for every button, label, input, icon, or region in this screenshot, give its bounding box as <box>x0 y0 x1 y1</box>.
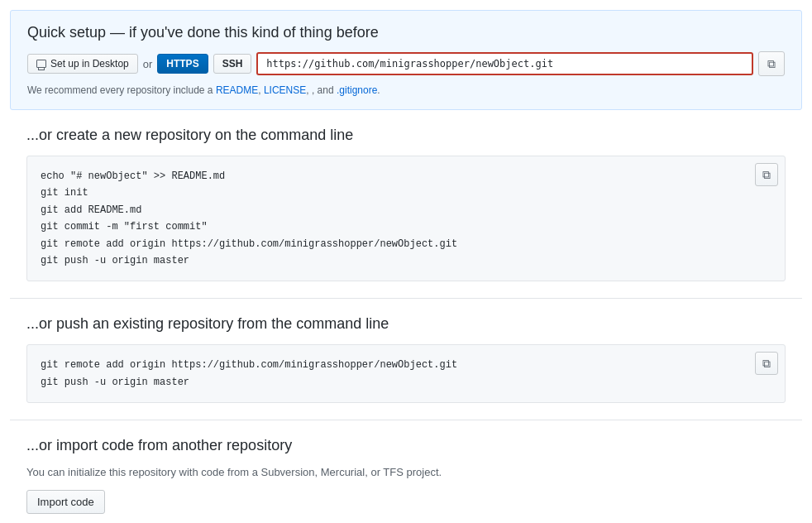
recommend-text: We recommend every repository include a … <box>27 84 785 96</box>
import-description: You can initialize this repository with … <box>26 466 786 478</box>
import-code-button[interactable]: Import code <box>26 490 105 514</box>
clipboard-icon <box>767 57 776 71</box>
create-repo-section: ...or create a new repository on the com… <box>10 110 802 299</box>
page-wrapper: Quick setup — if you've done this kind o… <box>0 10 812 523</box>
copy-push-code-button[interactable] <box>755 352 778 375</box>
quick-setup-bar: Set up in Desktop or HTTPS SSH <box>27 51 785 76</box>
push-repo-code: git remote add origin https://github.com… <box>41 357 752 391</box>
desktop-btn-label: Set up in Desktop <box>50 58 129 70</box>
push-repo-section: ...or push an existing repository from t… <box>10 299 802 420</box>
create-repo-code-block: echo "# newObject" >> README.md git init… <box>26 156 786 281</box>
ssh-button[interactable]: SSH <box>213 54 252 74</box>
repo-url-input[interactable] <box>256 52 753 75</box>
quick-setup-section: Quick setup — if you've done this kind o… <box>10 10 802 110</box>
license-link[interactable]: LICENSE <box>264 84 306 96</box>
https-button[interactable]: HTTPS <box>157 54 208 74</box>
copy-url-button[interactable] <box>758 51 785 76</box>
quick-setup-title: Quick setup — if you've done this kind o… <box>27 24 785 41</box>
gitignore-link[interactable]: .gitignore <box>337 84 377 96</box>
setup-desktop-button[interactable]: Set up in Desktop <box>27 54 138 74</box>
import-section: ...or import code from another repositor… <box>10 420 802 523</box>
url-input-wrapper <box>256 52 753 75</box>
or-text: or <box>143 58 153 70</box>
readme-link[interactable]: README <box>216 84 258 96</box>
push-repo-title: ...or push an existing repository from t… <box>26 315 786 333</box>
push-repo-code-block: git remote add origin https://github.com… <box>26 344 786 403</box>
copy-create-icon <box>762 168 771 182</box>
import-title: ...or import code from another repositor… <box>26 437 786 454</box>
create-repo-code: echo "# newObject" >> README.md git init… <box>41 168 752 269</box>
copy-create-code-button[interactable] <box>755 163 778 186</box>
desktop-icon <box>36 60 46 68</box>
create-repo-title: ...or create a new repository on the com… <box>26 127 786 144</box>
copy-push-icon <box>762 357 771 371</box>
